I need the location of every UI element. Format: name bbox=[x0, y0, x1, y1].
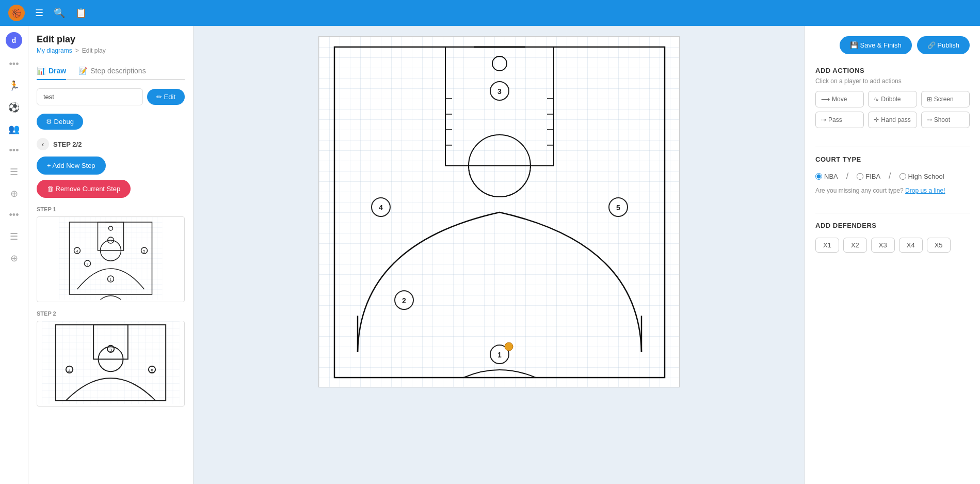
action-pass[interactable]: ⇢ Pass bbox=[815, 112, 864, 128]
defender-x1[interactable]: X1 bbox=[815, 238, 839, 253]
publish-button[interactable]: 🔗 Publish bbox=[917, 36, 970, 54]
divider2 bbox=[815, 213, 970, 213]
svg-text:5: 5 bbox=[616, 204, 620, 212]
svg-rect-1 bbox=[59, 217, 163, 300]
step-desc-icon: 📝 bbox=[78, 67, 87, 75]
defender-x2[interactable]: X2 bbox=[843, 238, 867, 253]
menu-icon[interactable]: ☰ bbox=[35, 7, 43, 19]
step1-thumbnail[interactable]: 1 2 3 4 5 bbox=[37, 216, 185, 302]
debug-button[interactable]: ⚙ Debug bbox=[37, 114, 83, 130]
nav-icon-sports[interactable]: ⚽ bbox=[8, 102, 20, 113]
pass-icon: ⇢ bbox=[821, 116, 826, 123]
add-actions-subtitle: Click on a player to add actions bbox=[815, 77, 970, 85]
svg-point-31 bbox=[492, 56, 507, 71]
svg-text:2: 2 bbox=[87, 262, 89, 266]
icon-sidebar: d ••• 🏃 ⚽ 👥 ••• ☰ ⊕ ••• ☰ ⊕ bbox=[0, 26, 28, 484]
nav-icon-dots3: ••• bbox=[9, 210, 19, 221]
missing-court-text: Are you missing any court type? Drop us … bbox=[815, 187, 970, 194]
action-hand-pass[interactable]: ✛ Hand pass bbox=[868, 112, 917, 128]
svg-text:4: 4 bbox=[379, 204, 383, 212]
svg-text:3: 3 bbox=[497, 87, 502, 96]
defender-x3[interactable]: X3 bbox=[871, 238, 895, 253]
shoot-icon: ⤍ bbox=[927, 116, 932, 123]
nav-icon-dots1: ••• bbox=[9, 59, 19, 70]
save-finish-button[interactable]: 💾 Save & Finish bbox=[840, 36, 912, 54]
step-label: STEP 2/2 bbox=[53, 140, 82, 148]
court-type-row: NBA / FIBA / High School bbox=[815, 171, 970, 181]
edit-button[interactable]: ✏ Edit bbox=[147, 89, 185, 105]
step1-label: STEP 1 bbox=[37, 206, 185, 212]
action-screen[interactable]: ⊞ Screen bbox=[921, 91, 970, 107]
search-row: ✏ Edit bbox=[37, 88, 185, 105]
add-defenders-title: ADD DEFENDERS bbox=[815, 222, 970, 229]
defender-x5[interactable]: X5 bbox=[927, 238, 951, 253]
court-type-fiba[interactable]: FIBA bbox=[857, 173, 880, 180]
screen-icon: ⊞ bbox=[927, 96, 932, 103]
draw-icon: 📊 bbox=[37, 67, 45, 75]
search-icon[interactable]: 🔍 bbox=[54, 7, 65, 19]
svg-text:4: 4 bbox=[68, 368, 71, 373]
document-icon[interactable]: 📋 bbox=[75, 7, 87, 19]
court-type-high-school[interactable]: High School bbox=[899, 173, 944, 180]
breadcrumb-link[interactable]: My diagrams bbox=[37, 47, 72, 54]
play-name-input[interactable] bbox=[37, 88, 143, 105]
step-nav: ‹ STEP 2/2 bbox=[37, 138, 185, 150]
action-shoot[interactable]: ⤍ Shoot bbox=[921, 112, 970, 128]
drop-us-line-link[interactable]: Drop us a line! bbox=[905, 187, 945, 194]
nav-icon-team[interactable]: 👥 bbox=[8, 123, 20, 135]
step2-thumbnail[interactable]: 3 4 5 bbox=[37, 321, 185, 407]
svg-text:4: 4 bbox=[76, 249, 78, 253]
svg-rect-29 bbox=[445, 47, 554, 166]
court-type-separator2: / bbox=[889, 171, 891, 181]
hand-pass-icon: ✛ bbox=[874, 116, 879, 123]
step2-label: STEP 2 bbox=[37, 310, 185, 317]
defender-chips: X1 X2 X3 X4 X5 bbox=[815, 238, 970, 253]
svg-text:1: 1 bbox=[110, 278, 112, 282]
top-nav: 🏀 ☰ 🔍 📋 bbox=[0, 0, 980, 26]
svg-text:1: 1 bbox=[497, 351, 502, 359]
defender-x4[interactable]: X4 bbox=[899, 238, 923, 253]
svg-text:3: 3 bbox=[110, 239, 112, 243]
remove-step-button[interactable]: 🗑 Remove Current Step bbox=[37, 180, 131, 198]
tabs: 📊 Draw 📝 Step descriptions bbox=[37, 63, 185, 80]
left-panel: Edit play My diagrams > Edit play 📊 Draw… bbox=[28, 26, 194, 484]
nav-icon-add2[interactable]: ⊕ bbox=[10, 253, 18, 264]
breadcrumb-current: Edit play bbox=[82, 47, 106, 54]
app-logo: 🏀 bbox=[8, 5, 25, 21]
right-panel: 💾 Save & Finish 🔗 Publish ADD ACTIONS Cl… bbox=[805, 26, 980, 484]
court-type-title: COURT TYPE bbox=[815, 155, 970, 163]
move-icon: ⟶ bbox=[821, 96, 830, 103]
svg-text:5: 5 bbox=[143, 249, 146, 253]
svg-text:3: 3 bbox=[109, 348, 112, 353]
breadcrumb: My diagrams > Edit play bbox=[37, 47, 185, 54]
avatar[interactable]: d bbox=[6, 32, 22, 49]
main-layout: d ••• 🏃 ⚽ 👥 ••• ☰ ⊕ ••• ☰ ⊕ Edit play My… bbox=[0, 26, 980, 484]
svg-text:5: 5 bbox=[151, 368, 153, 373]
add-actions-title: ADD ACTIONS bbox=[815, 67, 970, 74]
action-buttons: 💾 Save & Finish 🔗 Publish bbox=[815, 36, 970, 54]
breadcrumb-separator: > bbox=[75, 47, 79, 54]
tab-draw[interactable]: 📊 Draw bbox=[37, 63, 66, 80]
dribble-icon: ∿ bbox=[874, 96, 879, 103]
svg-point-53 bbox=[505, 342, 513, 351]
svg-rect-18 bbox=[42, 321, 180, 404]
tab-step-descriptions[interactable]: 📝 Step descriptions bbox=[78, 63, 146, 79]
court-type-nba[interactable]: NBA bbox=[815, 173, 838, 180]
add-step-button[interactable]: + Add New Step bbox=[37, 157, 106, 175]
court-area: 3 4 5 2 1 bbox=[194, 26, 805, 484]
nav-icon-list1[interactable]: ☰ bbox=[10, 166, 18, 178]
svg-text:2: 2 bbox=[402, 296, 406, 305]
page-title: Edit play bbox=[37, 34, 185, 45]
nav-icon-run[interactable]: 🏃 bbox=[8, 80, 20, 91]
step-prev-button[interactable]: ‹ bbox=[37, 138, 49, 150]
action-grid: ⟶ Move ∿ Dribble ⊞ Screen ⇢ Pass ✛ Hand … bbox=[815, 91, 970, 128]
divider1 bbox=[815, 147, 970, 147]
action-move[interactable]: ⟶ Move bbox=[815, 91, 864, 107]
nav-icon-add1[interactable]: ⊕ bbox=[10, 188, 18, 199]
nav-icon-dots2: ••• bbox=[9, 145, 19, 156]
nav-icon-list2[interactable]: ☰ bbox=[10, 231, 18, 242]
action-dribble[interactable]: ∿ Dribble bbox=[868, 91, 917, 107]
court-container[interactable]: 3 4 5 2 1 bbox=[318, 36, 680, 387]
court-type-separator1: / bbox=[846, 171, 848, 181]
